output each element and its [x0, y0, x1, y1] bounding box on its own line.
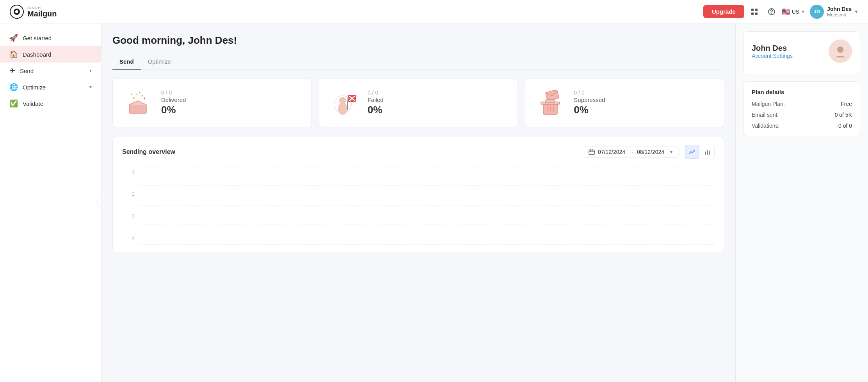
grid-line-2	[138, 205, 715, 205]
brand-logo: SINCH Mailgun	[9, 4, 57, 19]
plan-email-sent-value: 0 of 5K	[835, 112, 852, 118]
date-from: 07/12/2024	[598, 149, 625, 155]
user-avatar: JD	[810, 5, 824, 19]
flag-icon: 🇺🇸	[782, 7, 790, 16]
date-to: 08/12/2024	[637, 149, 664, 155]
plan-title: Plan details	[752, 89, 852, 95]
svg-point-14	[339, 97, 346, 104]
tab-optimize[interactable]: Optimize	[141, 55, 178, 70]
failed-info: 0 / 0 Failed 0%	[368, 89, 384, 116]
suppressed-info: 0 / 0 Suppressed 0%	[574, 89, 605, 116]
y-label-2: 2	[122, 191, 138, 197]
grid-line-3	[138, 186, 715, 186]
sidebar-item-validate[interactable]: ✅ Validate	[0, 95, 101, 112]
sidebar-item-dashboard[interactable]: 🏠 Dashboard	[0, 46, 101, 62]
sidebar-collapse-button[interactable]: ‹	[96, 198, 101, 207]
plan-row-mailgun: Mailgun Plan: Free	[752, 101, 852, 107]
language-selector[interactable]: 🇺🇸 US ▼	[782, 7, 805, 16]
date-range-arrow-icon: →	[628, 149, 634, 155]
svg-rect-4	[755, 9, 758, 11]
suppressed-ratio: 0 / 0	[574, 89, 605, 96]
brand-text: SINCH Mailgun	[27, 6, 57, 18]
delivered-pct: 0%	[161, 104, 186, 116]
delivered-info: 0 / 0 Delivered 0%	[161, 89, 186, 116]
user-card-avatar	[829, 39, 852, 63]
plan-validations-label: Validations:	[752, 123, 779, 129]
sidebar-item-send[interactable]: ✈ Send ▾	[0, 62, 101, 79]
apps-grid-button[interactable]	[747, 5, 761, 19]
help-icon	[768, 8, 776, 16]
calendar-icon	[589, 149, 595, 155]
sidebar-item-get-started[interactable]: 🚀 Get started	[0, 30, 101, 46]
account-settings-link[interactable]: Account Settings	[752, 53, 793, 59]
svg-rect-31	[705, 152, 706, 155]
tab-send[interactable]: Send	[112, 55, 141, 70]
failed-illustration	[329, 87, 360, 118]
sidebar-label-send: Send	[20, 68, 85, 74]
sidebar-label-optimize: Optimize	[23, 84, 85, 91]
sending-overview-title: Sending overview	[122, 148, 175, 155]
app-body: 🚀 Get started 🏠 Dashboard ✈ Send ▾ 🌐 Opt…	[0, 23, 868, 382]
navbar: SINCH Mailgun Upgrade 🇺🇸 US ▼ JD John De…	[0, 0, 868, 23]
bar-chart-button[interactable]	[701, 145, 715, 159]
sending-overview-section: Sending overview 07/12/2024 → 08/12/2024…	[112, 137, 724, 252]
validate-icon: ✅	[9, 99, 18, 108]
stats-row: 0 / 0 Delivered 0%	[112, 78, 724, 127]
svg-rect-3	[751, 9, 754, 11]
sidebar: 🚀 Get started 🏠 Dashboard ✈ Send ▾ 🌐 Opt…	[0, 23, 101, 382]
user-card-info: John Des Account Settings	[752, 44, 793, 59]
svg-rect-32	[707, 150, 708, 155]
help-button[interactable]	[765, 5, 779, 19]
sinch-label: SINCH	[27, 6, 57, 10]
delivered-label: Delivered	[161, 96, 186, 103]
avatar-icon	[832, 43, 848, 59]
page-greeting: Good morning, John Des!	[112, 34, 724, 46]
tabs: Send Optimize	[112, 55, 724, 70]
svg-rect-33	[709, 151, 710, 155]
suppressed-label: Suppressed	[574, 96, 605, 103]
svg-point-2	[15, 10, 18, 13]
svg-rect-27	[589, 150, 594, 155]
stat-card-failed: 0 / 0 Failed 0%	[319, 78, 518, 127]
user-dropdown-icon[interactable]: ▼	[854, 9, 859, 14]
line-chart-button[interactable]	[685, 145, 699, 159]
svg-rect-6	[755, 12, 758, 15]
svg-point-8	[771, 13, 772, 14]
failed-pct: 0%	[368, 104, 384, 116]
svg-point-10	[133, 97, 135, 99]
sidebar-item-optimize[interactable]: 🌐 Optimize ▾	[0, 79, 101, 95]
suppressed-pct: 0%	[574, 104, 605, 116]
home-icon: 🏠	[9, 50, 18, 59]
svg-rect-20	[546, 89, 559, 101]
plan-row-email-sent: Email sent: 0 of 5K	[752, 112, 852, 118]
svg-rect-9	[129, 105, 146, 113]
failed-label: Failed	[368, 96, 384, 103]
plan-row-validations: Validations: 0 of 0	[752, 123, 852, 129]
date-range-picker[interactable]: 07/12/2024 → 08/12/2024 ▼	[583, 146, 679, 158]
delivered-illustration	[122, 87, 153, 118]
user-info: John Des Moosend	[827, 6, 852, 18]
svg-rect-5	[751, 12, 754, 15]
chart-area: 4 3 2 1	[122, 166, 715, 244]
sidebar-label-validate: Validate	[23, 100, 92, 107]
stat-card-suppressed: 0 / 0 Suppressed 0%	[525, 78, 724, 127]
grid-line-1	[138, 225, 715, 225]
date-range-chevron-icon: ▼	[669, 149, 674, 155]
failed-ratio: 0 / 0	[368, 89, 384, 96]
lang-label: US	[792, 9, 799, 15]
sidebar-label-dashboard: Dashboard	[23, 51, 92, 58]
rocket-icon: 🚀	[9, 34, 18, 42]
y-label-4: 4	[122, 236, 138, 241]
stat-card-delivered: 0 / 0 Delivered 0%	[112, 78, 312, 127]
grid-line-4	[138, 166, 715, 166]
svg-point-12	[137, 94, 138, 95]
plan-validations-value: 0 of 0	[838, 123, 852, 129]
svg-point-13	[338, 102, 347, 115]
user-card: John Des Account Settings	[743, 31, 860, 75]
content-area: Good morning, John Des! Send Optimize	[101, 23, 735, 382]
optimize-icon: 🌐	[9, 83, 18, 91]
plan-mailgun-label: Mailgun Plan:	[752, 101, 785, 107]
user-org: Moosend	[827, 12, 852, 18]
upgrade-button[interactable]: Upgrade	[703, 5, 744, 18]
y-label-1: 1	[122, 169, 138, 175]
